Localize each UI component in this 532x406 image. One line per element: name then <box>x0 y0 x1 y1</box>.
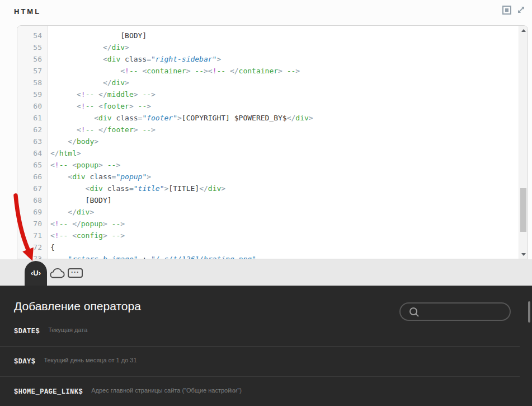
operator-panel-title: Добавление оператора <box>14 300 141 313</box>
ucoz-codes-tab[interactable]: ‹U› <box>25 261 47 286</box>
line-number: 55 <box>17 41 47 53</box>
operator-description: Текущая дата <box>48 326 87 333</box>
code-line[interactable]: [BODY] <box>50 194 519 206</box>
operator-name: $HOME_PAGE_LINK$ <box>14 388 83 396</box>
line-number: 69 <box>17 206 47 218</box>
line-number: 62 <box>17 124 47 136</box>
resize-window-button[interactable] <box>515 4 526 16</box>
line-number: 57 <box>17 65 47 77</box>
resize-diagonal-icon <box>516 4 526 15</box>
line-number: 64 <box>17 147 47 159</box>
code-line[interactable]: </html> <box>50 147 519 159</box>
ucoz-logo-icon: ‹U› <box>31 269 41 277</box>
ellipsis-icon: ··· <box>71 269 79 276</box>
code-line[interactable]: <!-- </footer> --> <box>50 124 519 136</box>
line-number: 59 <box>17 88 47 100</box>
code-line[interactable]: <!-- <config> --> <box>50 230 519 241</box>
line-number: 72 <box>17 241 47 253</box>
line-number-gutter: 5455565758596061626364656667686970717273 <box>17 26 48 259</box>
line-number: 70 <box>17 218 47 230</box>
line-number: 65 <box>17 159 47 171</box>
operator-name: $DAY$ <box>14 358 36 366</box>
line-number: 67 <box>17 183 47 194</box>
scroll-up-button[interactable] <box>519 26 528 35</box>
cloud-save-button[interactable] <box>48 267 66 280</box>
line-number: 63 <box>17 136 47 147</box>
operator-description: Адрес главной страницы сайта ("Общие нас… <box>91 387 242 394</box>
code-line[interactable]: <div class="popup"> <box>50 171 519 183</box>
code-line[interactable]: </div> <box>50 41 519 53</box>
triangle-up-icon <box>521 29 526 32</box>
code-line[interactable]: <!-- <popup> --> <box>50 159 519 171</box>
scrollbar-thumb[interactable] <box>520 188 526 232</box>
panel-toggle-icon <box>502 6 511 15</box>
editor-scrollbar[interactable] <box>519 26 528 259</box>
line-number: 68 <box>17 194 47 206</box>
operator-description: Текущий день месяца от 1 до 31 <box>44 357 137 363</box>
page-title: HTML <box>14 7 41 16</box>
panel-toggle-button[interactable] <box>501 4 512 16</box>
code-line[interactable]: <div class="right-sidebar"> <box>50 53 519 65</box>
code-line[interactable]: <!-- </popup> --> <box>50 218 519 230</box>
code-line[interactable]: "rstars_b_image" : "/.s/t/1261/brating.p… <box>50 253 519 259</box>
operator-item[interactable]: $DAY$Текущий день месяца от 1 до 31 <box>0 347 520 377</box>
line-number: 58 <box>17 77 47 88</box>
code-line[interactable]: </div> <box>50 206 519 218</box>
line-number: 60 <box>17 100 47 112</box>
scroll-down-button[interactable] <box>519 250 528 259</box>
operator-panel: Добавление оператора $DATE$Текущая дата$… <box>0 286 532 406</box>
triangle-down-icon <box>521 253 526 256</box>
code-line[interactable]: </div> <box>50 77 519 88</box>
operator-name: $DATE$ <box>14 328 40 335</box>
line-number: 71 <box>17 230 47 241</box>
code-line[interactable]: <div class="title">[TITLE]</div> <box>50 183 519 194</box>
code-line[interactable]: <!-- </middle> --> <box>50 88 519 100</box>
more-options-button[interactable]: ··· <box>68 268 83 278</box>
code-line[interactable]: </body> <box>50 136 519 147</box>
code-line[interactable]: <!-- <footer> --> <box>50 100 519 112</box>
operator-item[interactable]: $DATE$Текущая дата <box>0 316 520 347</box>
code-line[interactable]: [BODY] <box>50 30 519 41</box>
code-lines[interactable]: [BODY] </div> <div class="right-sidebar"… <box>48 26 519 259</box>
line-number: 56 <box>17 53 47 65</box>
code-editor[interactable]: 5455565758596061626364656667686970717273… <box>17 25 528 259</box>
line-number: 54 <box>17 30 47 41</box>
operator-list: $DATE$Текущая дата$DAY$Текущий день меся… <box>0 316 532 406</box>
code-line[interactable]: <!-- <container> --><!-- </container> --… <box>50 65 519 77</box>
operator-item[interactable]: $HOME_PAGE_LINK$Адрес главной страницы с… <box>0 377 520 406</box>
line-number: 61 <box>17 112 47 124</box>
editor-toolbar: ‹U› ··· ↶ ↷ <box>0 259 532 286</box>
line-number: 66 <box>17 171 47 183</box>
template-editor-page: HTML 54555657585960616263646566676869707… <box>0 0 532 406</box>
line-number: 73 <box>17 253 47 259</box>
code-line[interactable]: <div class="footer">[COPYRIGHT] $POWERED… <box>50 112 519 124</box>
code-line[interactable]: { <box>50 241 519 253</box>
cloud-icon <box>48 267 66 279</box>
window-header: HTML <box>0 0 532 25</box>
